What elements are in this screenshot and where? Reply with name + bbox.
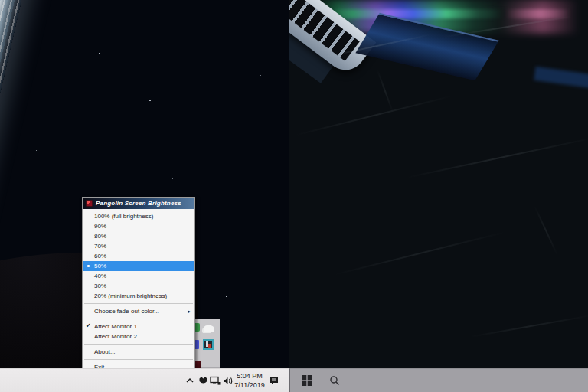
menu-separator xyxy=(84,344,193,345)
star xyxy=(172,178,173,179)
taskbar-clock[interactable]: 5:04 PM 7/11/2019 xyxy=(232,371,267,390)
menu-item-choose-fade-out-color[interactable]: Choose fade-out color... xyxy=(83,306,194,316)
menu-item-label: Affect Monitor 1 xyxy=(94,323,137,330)
menu-item-label: Choose fade-out color... xyxy=(94,308,159,315)
clock-date: 7/11/2019 xyxy=(232,381,267,390)
star xyxy=(99,53,100,54)
pangolin-app-icon xyxy=(86,200,93,207)
hull-seam xyxy=(296,96,452,136)
hull-seam xyxy=(377,69,394,113)
menu-item-label: Affect Monitor 2 xyxy=(94,333,137,340)
star xyxy=(149,100,151,101)
menu-item-label: 20% (minimum brightness) xyxy=(94,292,167,299)
hull-seam xyxy=(407,137,588,178)
menu-item-affect-monitor-1[interactable]: Affect Monitor 1 xyxy=(83,322,194,332)
action-center-icon[interactable] xyxy=(268,374,280,387)
star xyxy=(226,296,227,297)
menu-item-60-percent[interactable]: 60% xyxy=(83,251,194,261)
network-icon[interactable] xyxy=(209,374,221,387)
menu-item-affect-monitor-2[interactable]: Affect Monitor 2 xyxy=(83,332,194,341)
pangolin-brightness-menu: Pangolin Screen Brightness 100% (full br… xyxy=(82,197,195,375)
menu-item-20-percent[interactable]: 20% (minimum brightness) xyxy=(83,291,194,301)
menu-title: Pangolin Screen Brightness xyxy=(96,200,181,207)
menu-item-80-percent[interactable]: 80% xyxy=(83,231,194,241)
menu-item-label: 30% xyxy=(94,283,106,289)
rainbow-light-core xyxy=(328,9,580,18)
tray-overflow-media-app-icon[interactable] xyxy=(203,339,214,350)
menu-item-30-percent[interactable]: 30% xyxy=(83,281,194,291)
menu-item-label: 80% xyxy=(94,233,106,240)
show-hidden-icons-chevron[interactable] xyxy=(184,374,196,387)
menu-item-70-percent[interactable]: 70% xyxy=(83,241,194,251)
clock-time: 5:04 PM xyxy=(232,371,267,381)
onedrive-cloud-icon[interactable] xyxy=(204,325,214,332)
menu-item-label: 40% xyxy=(94,273,106,279)
menu-item-label: 60% xyxy=(94,253,106,260)
star xyxy=(36,150,37,151)
menu-item-90-percent[interactable]: 90% xyxy=(83,221,194,231)
desktop-right-monitor xyxy=(289,0,588,368)
menu-item-50-percent-selected[interactable]: 50% xyxy=(83,261,194,271)
menu-separator xyxy=(84,318,193,319)
checkmark-icon xyxy=(86,322,91,329)
hull-seam xyxy=(334,231,505,276)
menu-item-label: About... xyxy=(94,348,116,355)
windows-start-icon[interactable] xyxy=(301,374,313,387)
menu-item-label: 90% xyxy=(94,223,106,230)
star xyxy=(202,234,203,234)
taskbar-left-monitor: 5:04 PM 7/11/2019 xyxy=(0,368,289,392)
security-app-tray-icon[interactable] xyxy=(197,374,209,387)
star xyxy=(260,75,261,76)
menu-item-100-percent[interactable]: 100% (full brightness) xyxy=(83,211,194,221)
search-icon[interactable] xyxy=(328,374,341,387)
cockpit-glow xyxy=(534,67,588,88)
menu-item-label: 100% (full brightness) xyxy=(94,213,153,220)
menu-separator xyxy=(84,303,193,304)
menu-title-bar: Pangolin Screen Brightness xyxy=(83,198,194,209)
hull-seam xyxy=(470,315,588,338)
menu-separator xyxy=(84,359,193,360)
menu-item-label: 50% xyxy=(94,263,106,270)
menu-item-40-percent[interactable]: 40% xyxy=(83,271,194,281)
menu-item-label: 70% xyxy=(94,243,106,250)
menu-item-about[interactable]: About... xyxy=(83,347,194,357)
submenu-arrow-icon xyxy=(188,309,191,315)
radio-dot-icon xyxy=(87,265,90,267)
hull-seam xyxy=(534,206,557,255)
taskbar-right-monitor xyxy=(289,368,588,392)
